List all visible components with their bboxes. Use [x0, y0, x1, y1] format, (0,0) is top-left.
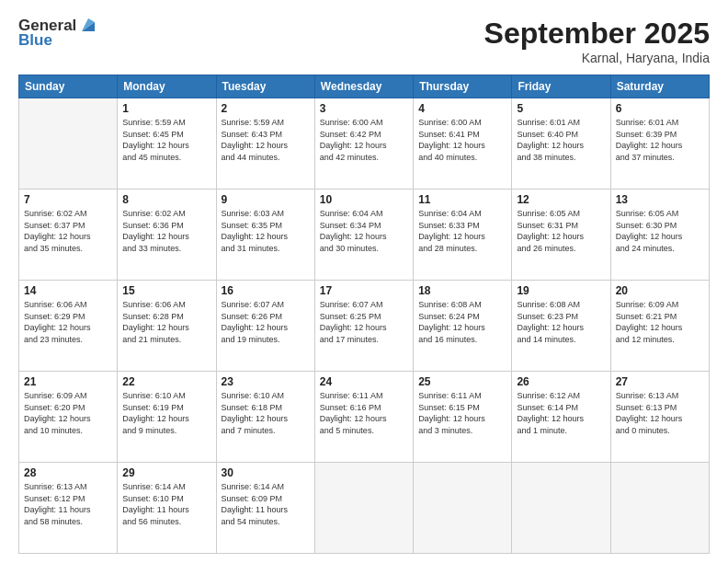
calendar-cell: 23Sunrise: 6:10 AM Sunset: 6:18 PM Dayli… [216, 372, 314, 463]
day-number: 17 [320, 284, 408, 297]
calendar-cell: 19Sunrise: 6:08 AM Sunset: 6:23 PM Dayli… [512, 281, 610, 372]
day-number: 1 [122, 102, 210, 115]
day-info: Sunrise: 6:02 AM Sunset: 6:37 PM Dayligh… [24, 208, 112, 254]
day-number: 7 [24, 193, 112, 206]
calendar-cell: 14Sunrise: 6:06 AM Sunset: 6:29 PM Dayli… [19, 281, 118, 372]
day-number: 28 [24, 466, 112, 479]
calendar-cell: 26Sunrise: 6:12 AM Sunset: 6:14 PM Dayli… [512, 372, 610, 463]
day-info: Sunrise: 6:10 AM Sunset: 6:19 PM Dayligh… [122, 390, 210, 436]
day-number: 12 [517, 193, 605, 206]
day-info: Sunrise: 6:12 AM Sunset: 6:14 PM Dayligh… [517, 390, 605, 436]
day-number: 26 [517, 375, 605, 388]
day-number: 29 [122, 466, 210, 479]
day-info: Sunrise: 6:06 AM Sunset: 6:28 PM Dayligh… [122, 299, 210, 345]
header: General Blue September 2025 Karnal, Hary… [18, 17, 710, 65]
calendar-cell: 7Sunrise: 6:02 AM Sunset: 6:37 PM Daylig… [19, 190, 118, 281]
day-info: Sunrise: 6:11 AM Sunset: 6:16 PM Dayligh… [320, 390, 408, 436]
day-number: 5 [517, 102, 605, 115]
calendar-day-header: Sunday [19, 75, 118, 98]
day-info: Sunrise: 6:02 AM Sunset: 6:36 PM Dayligh… [122, 208, 210, 254]
day-number: 16 [222, 284, 310, 297]
day-number: 30 [222, 466, 310, 479]
day-number: 3 [320, 102, 408, 115]
calendar-cell: 2Sunrise: 5:59 AM Sunset: 6:43 PM Daylig… [216, 98, 314, 190]
day-number: 22 [122, 375, 210, 388]
calendar-cell: 3Sunrise: 6:00 AM Sunset: 6:42 PM Daylig… [314, 98, 413, 190]
day-info: Sunrise: 6:11 AM Sunset: 6:15 PM Dayligh… [418, 390, 506, 436]
day-info: Sunrise: 6:07 AM Sunset: 6:26 PM Dayligh… [222, 299, 310, 345]
calendar-cell: 30Sunrise: 6:14 AM Sunset: 6:09 PM Dayli… [216, 463, 314, 554]
day-info: Sunrise: 6:07 AM Sunset: 6:25 PM Dayligh… [320, 299, 408, 345]
calendar-cell: 5Sunrise: 6:01 AM Sunset: 6:40 PM Daylig… [512, 98, 610, 190]
calendar-header-row: SundayMondayTuesdayWednesdayThursdayFrid… [19, 75, 710, 98]
page: General Blue September 2025 Karnal, Hary… [0, 0, 728, 563]
day-info: Sunrise: 6:14 AM Sunset: 6:10 PM Dayligh… [122, 481, 210, 527]
calendar-week-row: 14Sunrise: 6:06 AM Sunset: 6:29 PM Dayli… [19, 281, 710, 372]
calendar-cell: 4Sunrise: 6:00 AM Sunset: 6:41 PM Daylig… [414, 98, 512, 190]
day-number: 9 [222, 193, 310, 206]
day-number: 25 [418, 375, 506, 388]
calendar-cell: 15Sunrise: 6:06 AM Sunset: 6:28 PM Dayli… [118, 281, 216, 372]
title-block: September 2025 Karnal, Haryana, India [484, 17, 710, 65]
day-info: Sunrise: 6:14 AM Sunset: 6:09 PM Dayligh… [222, 481, 310, 527]
day-number: 19 [517, 284, 605, 297]
calendar-cell: 16Sunrise: 6:07 AM Sunset: 6:26 PM Dayli… [216, 281, 314, 372]
day-number: 24 [320, 375, 408, 388]
day-info: Sunrise: 6:01 AM Sunset: 6:39 PM Dayligh… [616, 117, 704, 163]
calendar-cell [414, 463, 512, 554]
day-number: 15 [122, 284, 210, 297]
calendar-cell: 27Sunrise: 6:13 AM Sunset: 6:13 PM Dayli… [610, 372, 709, 463]
calendar-cell [512, 463, 610, 554]
day-number: 2 [222, 102, 310, 115]
page-title: September 2025 [484, 17, 710, 51]
day-info: Sunrise: 6:13 AM Sunset: 6:12 PM Dayligh… [24, 481, 112, 527]
calendar-day-header: Monday [118, 75, 216, 98]
calendar-cell: 29Sunrise: 6:14 AM Sunset: 6:10 PM Dayli… [118, 463, 216, 554]
calendar-cell: 24Sunrise: 6:11 AM Sunset: 6:16 PM Dayli… [314, 372, 413, 463]
calendar-day-header: Friday [512, 75, 610, 98]
day-info: Sunrise: 6:01 AM Sunset: 6:40 PM Dayligh… [517, 117, 605, 163]
day-info: Sunrise: 6:06 AM Sunset: 6:29 PM Dayligh… [24, 299, 112, 345]
calendar-cell [19, 98, 118, 190]
logo-icon [78, 15, 98, 35]
day-info: Sunrise: 6:05 AM Sunset: 6:31 PM Dayligh… [517, 208, 605, 254]
calendar-cell: 10Sunrise: 6:04 AM Sunset: 6:34 PM Dayli… [314, 190, 413, 281]
day-number: 8 [122, 193, 210, 206]
calendar-cell [314, 463, 413, 554]
day-number: 14 [24, 284, 112, 297]
day-number: 20 [616, 284, 704, 297]
day-info: Sunrise: 6:10 AM Sunset: 6:18 PM Dayligh… [222, 390, 310, 436]
logo-blue-text: Blue [18, 31, 52, 50]
day-info: Sunrise: 5:59 AM Sunset: 6:43 PM Dayligh… [222, 117, 310, 163]
calendar-cell: 20Sunrise: 6:09 AM Sunset: 6:21 PM Dayli… [610, 281, 709, 372]
day-number: 18 [418, 284, 506, 297]
day-info: Sunrise: 6:03 AM Sunset: 6:35 PM Dayligh… [222, 208, 310, 254]
logo: General Blue [18, 17, 98, 50]
calendar-cell: 8Sunrise: 6:02 AM Sunset: 6:36 PM Daylig… [118, 190, 216, 281]
day-number: 27 [616, 375, 704, 388]
calendar-cell: 6Sunrise: 6:01 AM Sunset: 6:39 PM Daylig… [610, 98, 709, 190]
day-number: 13 [616, 193, 704, 206]
day-info: Sunrise: 6:04 AM Sunset: 6:34 PM Dayligh… [320, 208, 408, 254]
calendar-cell: 22Sunrise: 6:10 AM Sunset: 6:19 PM Dayli… [118, 372, 216, 463]
page-subtitle: Karnal, Haryana, India [484, 51, 710, 65]
calendar-day-header: Wednesday [314, 75, 413, 98]
day-info: Sunrise: 5:59 AM Sunset: 6:45 PM Dayligh… [122, 117, 210, 163]
calendar-table: SundayMondayTuesdayWednesdayThursdayFrid… [18, 75, 710, 554]
calendar-cell: 18Sunrise: 6:08 AM Sunset: 6:24 PM Dayli… [414, 281, 512, 372]
calendar-cell: 17Sunrise: 6:07 AM Sunset: 6:25 PM Dayli… [314, 281, 413, 372]
day-number: 10 [320, 193, 408, 206]
calendar-week-row: 7Sunrise: 6:02 AM Sunset: 6:37 PM Daylig… [19, 190, 710, 281]
day-info: Sunrise: 6:00 AM Sunset: 6:42 PM Dayligh… [320, 117, 408, 163]
calendar-cell: 11Sunrise: 6:04 AM Sunset: 6:33 PM Dayli… [414, 190, 512, 281]
calendar-day-header: Tuesday [216, 75, 314, 98]
day-info: Sunrise: 6:09 AM Sunset: 6:21 PM Dayligh… [616, 299, 704, 345]
day-number: 4 [418, 102, 506, 115]
day-info: Sunrise: 6:13 AM Sunset: 6:13 PM Dayligh… [616, 390, 704, 436]
calendar-cell: 28Sunrise: 6:13 AM Sunset: 6:12 PM Dayli… [19, 463, 118, 554]
calendar-cell [610, 463, 709, 554]
calendar-day-header: Thursday [414, 75, 512, 98]
calendar-week-row: 1Sunrise: 5:59 AM Sunset: 6:45 PM Daylig… [19, 98, 710, 190]
day-info: Sunrise: 6:05 AM Sunset: 6:30 PM Dayligh… [616, 208, 704, 254]
day-info: Sunrise: 6:08 AM Sunset: 6:24 PM Dayligh… [418, 299, 506, 345]
